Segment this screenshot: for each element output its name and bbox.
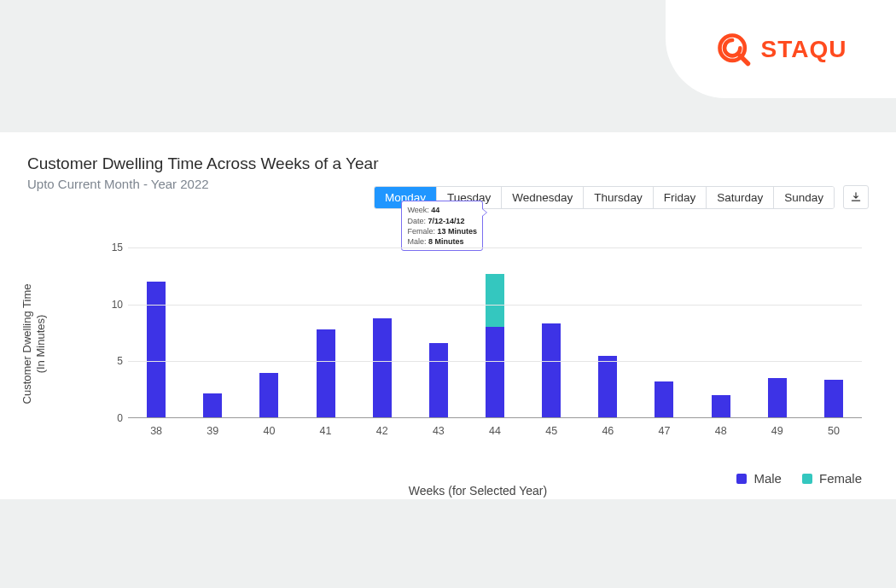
bar-seg-male xyxy=(259,373,278,418)
x-tick: 47 xyxy=(659,425,671,437)
y-tick: 0 xyxy=(102,412,123,424)
y-axis-label: Customer Dwelling Time (In Minutes) xyxy=(20,267,49,421)
bar-seg-male xyxy=(486,327,504,418)
bar-week-42[interactable] xyxy=(373,318,392,418)
day-tab-saturday[interactable]: Saturday xyxy=(707,187,774,208)
x-tick: 42 xyxy=(376,425,388,437)
bar-week-45[interactable] xyxy=(542,323,561,418)
bar-seg-male xyxy=(203,393,222,418)
bar-slot: 46 xyxy=(579,247,636,418)
bar-slot: 42 xyxy=(354,247,410,418)
bar-week-43[interactable] xyxy=(429,343,448,418)
bar-slot: 48 xyxy=(693,247,749,418)
y-tick: 15 xyxy=(102,242,123,253)
day-tab-thursday[interactable]: Thursday xyxy=(584,187,653,208)
bar-week-44[interactable] xyxy=(486,274,504,418)
bar-seg-male xyxy=(598,356,617,418)
day-tab-wednesday[interactable]: Wednesday xyxy=(502,187,584,208)
y-tick: 10 xyxy=(102,299,123,311)
bar-seg-male xyxy=(373,318,392,418)
bar-slot: 39 xyxy=(184,247,241,418)
download-button[interactable] xyxy=(843,185,869,209)
bar-seg-male xyxy=(429,343,448,418)
chart-title: Customer Dwelling Time Across Weeks of a… xyxy=(27,154,869,173)
bar-week-48[interactable] xyxy=(712,395,730,418)
x-tick: 38 xyxy=(150,425,162,437)
x-axis-label: Weeks (for Selected Year) xyxy=(409,484,547,498)
legend-label-male: Male xyxy=(753,471,782,486)
bar-week-47[interactable] xyxy=(655,381,673,418)
bar-slot: 49 xyxy=(749,247,806,418)
gridline xyxy=(128,361,862,362)
bar-week-41[interactable] xyxy=(317,329,335,418)
day-tab-sunday[interactable]: Sunday xyxy=(774,187,834,208)
bar-week-49[interactable] xyxy=(768,378,787,418)
legend-female[interactable]: Female xyxy=(802,471,862,486)
legend-male[interactable]: Male xyxy=(736,471,782,486)
x-tick: 50 xyxy=(828,425,840,437)
svg-line-1 xyxy=(740,55,748,63)
chart-tooltip: Week: 44Date: 7/12-14/12Female: 13 Minut… xyxy=(401,201,483,251)
brand-name: STAQU xyxy=(761,36,847,63)
legend-swatch-male xyxy=(736,474,747,484)
brand-mark-icon xyxy=(715,31,753,68)
brand-logo: STAQU xyxy=(666,0,896,98)
plot-area: 38394041424344Week: 44Date: 7/12-14/12Fe… xyxy=(128,247,862,418)
bar-seg-male xyxy=(824,380,843,418)
x-tick: 43 xyxy=(433,425,445,437)
bar-seg-male xyxy=(317,329,335,418)
x-tick: 45 xyxy=(545,425,557,437)
y-tick: 5 xyxy=(102,355,123,367)
gridline xyxy=(128,247,862,248)
bar-container: 38394041424344Week: 44Date: 7/12-14/12Fe… xyxy=(128,247,862,418)
bar-slot: 50 xyxy=(806,247,862,418)
download-icon xyxy=(850,191,862,203)
bar-week-38[interactable] xyxy=(147,282,166,418)
bar-week-40[interactable] xyxy=(259,373,278,418)
x-axis-line xyxy=(128,417,862,418)
bar-week-50[interactable] xyxy=(824,380,843,418)
bar-week-46[interactable] xyxy=(598,356,617,418)
bar-week-39[interactable] xyxy=(203,393,222,418)
bar-slot: 38 xyxy=(128,247,184,418)
gridline xyxy=(128,305,862,306)
legend-label-female: Female xyxy=(819,471,862,486)
bar-seg-male xyxy=(712,395,730,418)
x-tick: 44 xyxy=(489,425,501,437)
x-tick: 46 xyxy=(602,425,614,437)
bar-seg-male xyxy=(542,323,561,418)
bar-slot: 44Week: 44Date: 7/12-14/12Female: 13 Min… xyxy=(467,247,523,418)
bar-slot: 45 xyxy=(523,247,579,418)
day-tab-friday[interactable]: Friday xyxy=(654,187,707,208)
legend-swatch-female xyxy=(802,474,812,484)
chart-card: Customer Dwelling Time Across Weeks of a… xyxy=(0,132,896,499)
bar-slot: 40 xyxy=(241,247,297,418)
x-tick: 49 xyxy=(771,425,783,437)
chart-legend: Male Female xyxy=(736,471,862,486)
x-tick: 39 xyxy=(207,425,218,437)
bar-slot: 47 xyxy=(636,247,692,418)
bar-slot: 41 xyxy=(297,247,353,418)
x-tick: 41 xyxy=(320,425,332,437)
bar-seg-male xyxy=(655,381,673,418)
bar-seg-male xyxy=(768,378,787,418)
bar-seg-male xyxy=(147,282,166,418)
x-tick: 40 xyxy=(263,425,275,437)
x-tick: 48 xyxy=(715,425,727,437)
bar-slot: 43 xyxy=(410,247,467,418)
chart-plot: Customer Dwelling Time (In Minutes) 3839… xyxy=(94,247,862,440)
